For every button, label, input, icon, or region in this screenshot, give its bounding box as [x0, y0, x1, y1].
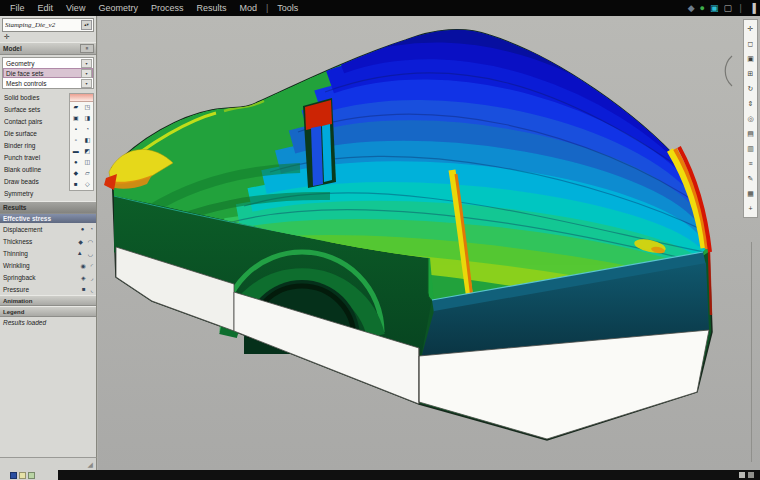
model-combo-input[interactable]: [3, 19, 93, 31]
menu-item[interactable]: Tools: [271, 2, 304, 14]
toolbar-tool-icon[interactable]: ≡: [748, 156, 752, 171]
menu-item[interactable]: View: [60, 2, 91, 14]
footer-section-title: Animation: [3, 298, 32, 304]
menu-bar: FileEditViewGeometryProcessResultsMod|To…: [0, 0, 760, 16]
palette-header[interactable]: [70, 94, 93, 102]
toolbar-tool-icon[interactable]: ◎: [747, 111, 753, 126]
menubar-icons: ◆●▣▢❘▐: [688, 3, 756, 14]
palette-tool-icon[interactable]: ◩: [82, 146, 94, 157]
toolbar-tool-icon[interactable]: ✎: [748, 171, 754, 186]
tray-icon[interactable]: [748, 472, 754, 478]
menu-item[interactable]: Process: [145, 2, 190, 14]
palette-tool-icon[interactable]: ▰: [70, 102, 82, 113]
toolbar-tool-icon[interactable]: ◻: [748, 36, 754, 51]
toolbar-tool-icon[interactable]: ↻: [748, 81, 754, 96]
tray-icon[interactable]: [739, 472, 745, 478]
result-row[interactable]: Pressure ■ ◟: [0, 283, 96, 295]
chevron-down-icon[interactable]: ▾: [81, 59, 92, 68]
result-plot-icon[interactable]: ◡: [88, 250, 93, 257]
palette-tool-icon[interactable]: ◫: [82, 157, 94, 168]
menu-item[interactable]: Mod: [233, 2, 263, 14]
selected-result-row[interactable]: Effective stress: [0, 214, 96, 223]
status-text: Results loaded: [0, 317, 96, 328]
toolbar-tool-icon[interactable]: ▣: [747, 51, 754, 66]
result-type-icon[interactable]: ●: [81, 226, 85, 232]
results-list: Displacement ● ◔ Thickness ◆ ◠ Thinnin: [0, 223, 96, 295]
result-row-icons: ◈ ◞: [81, 274, 93, 281]
result-row-label: Pressure: [3, 286, 29, 293]
palette-tool-icon[interactable]: ▫: [70, 135, 82, 146]
tree-row-label: Symmetry: [4, 190, 33, 197]
toolbar-tool-icon[interactable]: ⇕: [748, 96, 754, 111]
add-item-icon[interactable]: ✛: [4, 33, 96, 41]
footer-section-header[interactable]: Legend: [0, 306, 96, 317]
setup-row[interactable]: Geometry ▾: [3, 58, 93, 68]
result-row-icons: ● ◔: [81, 226, 93, 232]
menu-item[interactable]: Edit: [32, 2, 60, 14]
result-type-icon[interactable]: ◈: [81, 274, 86, 281]
result-type-icon[interactable]: ■: [82, 286, 86, 293]
results-section-title: Results: [3, 204, 26, 211]
palette-tool-icon[interactable]: ▪: [70, 124, 82, 135]
result-type-icon[interactable]: ◉: [80, 262, 85, 269]
palette-tool-icon[interactable]: ◧: [82, 135, 94, 146]
viewport-3d[interactable]: ✛◻▣⊞↻⇕◎▤▥≡✎▦+: [98, 16, 760, 470]
result-plot-icon[interactable]: ◔: [89, 226, 93, 232]
toolbar-tool-icon[interactable]: ▦: [747, 186, 754, 201]
result-type-icon[interactable]: ◆: [78, 238, 83, 245]
palette-tool-icon[interactable]: ◔: [82, 124, 94, 135]
result-row[interactable]: Thinning ▲ ◡: [0, 247, 96, 259]
die-model-canvas[interactable]: [98, 16, 760, 470]
palette-tool-icon[interactable]: ▱: [82, 168, 94, 179]
result-row[interactable]: Thickness ◆ ◠: [0, 235, 96, 247]
palette-tool-icon[interactable]: ◆: [70, 168, 82, 179]
result-type-icon[interactable]: ▲: [77, 250, 83, 257]
menubar-icon[interactable]: ▢: [724, 3, 733, 14]
menubar-icon[interactable]: ▐: [750, 3, 756, 14]
taskbar-app-icon[interactable]: [19, 472, 26, 479]
menu-item[interactable]: Results: [190, 2, 232, 14]
menubar-icon[interactable]: ●: [700, 3, 705, 14]
palette-tool-icon[interactable]: ◇: [82, 179, 94, 190]
result-plot-icon[interactable]: ◞: [91, 274, 93, 281]
chevron-down-icon[interactable]: ▾: [81, 79, 92, 88]
palette-tool-icon[interactable]: ■: [70, 179, 82, 190]
menubar-icon[interactable]: ▣: [710, 3, 719, 14]
setup-row[interactable]: Mesh controls ▾: [3, 78, 93, 88]
toolbar-tool-icon[interactable]: ▤: [747, 126, 754, 141]
menu-item[interactable]: Geometry: [92, 2, 144, 14]
viewport-scroll-line[interactable]: [751, 242, 752, 462]
toolbar-tool-icon[interactable]: ⊞: [748, 66, 754, 81]
taskbar-app-icon[interactable]: [10, 472, 17, 479]
footer-section-header[interactable]: Animation: [0, 295, 96, 306]
palette-tool-icon[interactable]: ▣: [70, 113, 82, 124]
taskbar-right: [739, 472, 754, 478]
result-row[interactable]: Wrinkling ◉ ◜: [0, 259, 96, 271]
palette-tool-icon[interactable]: ◳: [82, 102, 94, 113]
taskbar-app-icon[interactable]: [28, 472, 35, 479]
result-plot-icon[interactable]: ◠: [88, 238, 93, 245]
result-row[interactable]: Displacement ● ◔: [0, 223, 96, 235]
menu-item[interactable]: File: [4, 2, 31, 14]
palette-tool-icon[interactable]: ▬: [70, 146, 82, 157]
toolbar-tool-icon[interactable]: +: [748, 201, 752, 216]
result-plot-icon[interactable]: ◟: [91, 286, 93, 293]
orbit-handle-icon[interactable]: [720, 54, 736, 88]
result-plot-icon[interactable]: ◜: [91, 262, 93, 269]
combo-spinner-icon[interactable]: ▴▾: [81, 20, 92, 30]
resize-grip-icon[interactable]: ◢: [88, 461, 93, 469]
menu-item[interactable]: |: [264, 2, 270, 14]
menubar-icon[interactable]: ❘: [737, 3, 745, 14]
palette-tool-icon[interactable]: ●: [70, 157, 82, 168]
chevron-down-icon[interactable]: ▾: [81, 69, 92, 78]
result-row-icons: ▲ ◡: [77, 250, 93, 257]
section-menu-icon[interactable]: ≡: [80, 44, 94, 53]
menubar-icon[interactable]: ◆: [688, 3, 695, 14]
result-row[interactable]: Springback ◈ ◞: [0, 271, 96, 283]
setup-row[interactable]: Die face sets ▾: [3, 68, 93, 78]
model-tree: Solid bodies Surface sets Contact pairs …: [0, 91, 96, 201]
toolbar-tool-icon[interactable]: ▥: [747, 141, 754, 156]
palette-tool-icon[interactable]: ◨: [82, 113, 94, 124]
toolbar-tool-icon[interactable]: ✛: [748, 21, 754, 36]
model-combo[interactable]: ▴▾: [2, 18, 94, 32]
